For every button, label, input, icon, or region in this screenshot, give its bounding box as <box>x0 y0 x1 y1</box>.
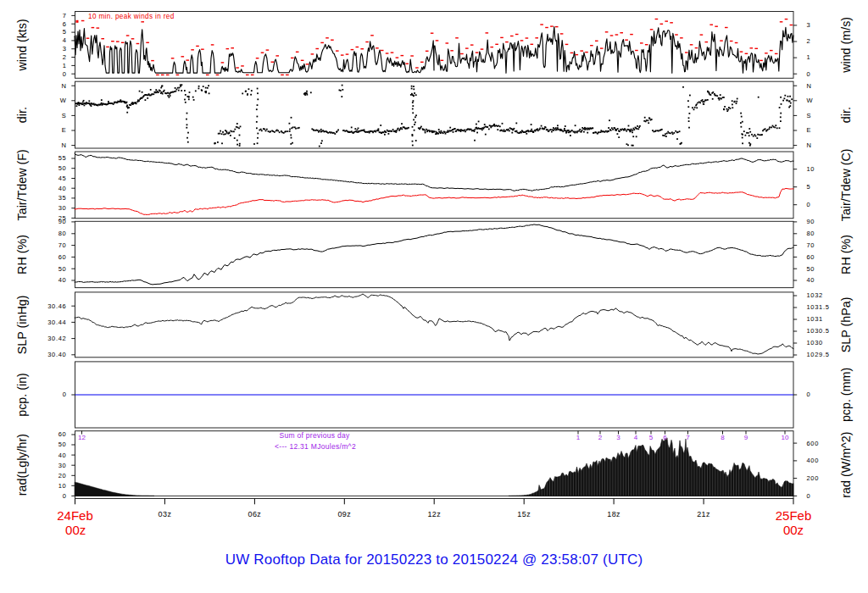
svg-text:2: 2 <box>63 53 67 61</box>
svg-text:30.44: 30.44 <box>47 319 66 326</box>
svg-text:RH (%): RH (%) <box>15 235 29 274</box>
svg-text:rad(Lgly/hr): rad(Lgly/hr) <box>15 434 29 496</box>
svg-text:1029.5: 1029.5 <box>807 351 830 358</box>
svg-text:18z: 18z <box>607 510 620 518</box>
svg-text:03z: 03z <box>159 510 172 518</box>
svg-text:pcp. (in): pcp. (in) <box>15 373 29 417</box>
svg-text:55: 55 <box>58 154 67 162</box>
svg-text:0: 0 <box>63 391 67 398</box>
svg-text:0: 0 <box>63 492 67 500</box>
svg-text:wind (kts): wind (kts) <box>15 19 29 71</box>
svg-text:SLP (hPa): SLP (hPa) <box>839 296 853 352</box>
svg-text:0: 0 <box>807 201 811 208</box>
svg-text:40: 40 <box>58 452 67 459</box>
svg-text:N: N <box>807 82 812 90</box>
svg-text:<--- 12.31 MJoules/m^2: <--- 12.31 MJoules/m^2 <box>275 442 356 451</box>
svg-text:pcp. (mm): pcp. (mm) <box>839 368 853 422</box>
svg-text:1030.5: 1030.5 <box>807 327 830 335</box>
svg-text:60: 60 <box>58 253 67 261</box>
svg-text:50: 50 <box>58 441 67 448</box>
svg-text:0: 0 <box>63 70 67 78</box>
svg-text:4: 4 <box>63 36 67 44</box>
svg-text:6: 6 <box>663 434 667 441</box>
svg-text:40: 40 <box>58 185 67 192</box>
svg-text:10: 10 <box>807 165 815 173</box>
svg-text:50: 50 <box>807 265 815 273</box>
svg-text:10: 10 <box>782 434 789 441</box>
svg-text:5: 5 <box>807 183 811 191</box>
svg-text:30.46: 30.46 <box>47 302 66 310</box>
svg-text:90: 90 <box>58 218 67 225</box>
svg-text:7: 7 <box>686 434 690 441</box>
svg-text:E: E <box>62 126 67 134</box>
svg-text:35: 35 <box>58 194 67 202</box>
svg-text:30: 30 <box>58 462 67 469</box>
svg-text:10: 10 <box>58 482 67 490</box>
svg-text:1032: 1032 <box>807 291 824 299</box>
svg-text:4: 4 <box>634 434 638 441</box>
svg-text:9: 9 <box>744 434 748 441</box>
svg-text:40: 40 <box>807 276 815 284</box>
svg-text:21z: 21z <box>697 510 710 518</box>
svg-text:N: N <box>807 141 812 149</box>
svg-text:W: W <box>60 97 67 104</box>
svg-text:40: 40 <box>58 276 67 284</box>
svg-text:60: 60 <box>807 253 815 261</box>
svg-text:5: 5 <box>649 434 654 441</box>
svg-text:S: S <box>807 112 812 119</box>
svg-text:RH (%): RH (%) <box>839 235 853 274</box>
svg-text:45: 45 <box>58 175 67 182</box>
svg-text:2: 2 <box>598 434 603 441</box>
svg-text:dir.: dir. <box>839 107 853 123</box>
svg-text:80: 80 <box>807 230 815 237</box>
svg-text:24Feb: 24Feb <box>57 508 93 523</box>
svg-text:rad (W/m^2): rad (W/m^2) <box>839 431 853 497</box>
svg-text:1031: 1031 <box>807 315 824 323</box>
svg-text:90: 90 <box>807 218 815 225</box>
svg-text:wind (m/s): wind (m/s) <box>839 17 853 74</box>
svg-text:N: N <box>61 141 66 149</box>
svg-text:Tair/Tdew (F): Tair/Tdew (F) <box>15 149 29 220</box>
svg-text:30: 30 <box>58 204 67 212</box>
svg-text:W: W <box>807 97 814 104</box>
svg-text:1: 1 <box>576 434 581 441</box>
svg-text:12z: 12z <box>427 510 441 518</box>
svg-text:dir.: dir. <box>15 107 29 123</box>
svg-text:3: 3 <box>616 434 620 441</box>
svg-text:1: 1 <box>63 62 67 69</box>
svg-text:00z: 00z <box>783 523 804 537</box>
svg-text:80: 80 <box>58 230 67 237</box>
svg-text:15z: 15z <box>517 510 531 518</box>
svg-text:12: 12 <box>78 434 86 441</box>
svg-text:600: 600 <box>807 440 820 447</box>
svg-text:UW Rooftop Data for 20150223: UW Rooftop Data for 20150223 to 20150224… <box>225 551 643 568</box>
svg-text:SLP (inHg): SLP (inHg) <box>15 296 29 355</box>
svg-text:Sum of previous day: Sum of previous day <box>279 431 350 440</box>
svg-text:1030: 1030 <box>807 339 824 346</box>
svg-text:5: 5 <box>63 28 67 36</box>
svg-text:S: S <box>62 112 67 119</box>
svg-text:6: 6 <box>63 20 67 28</box>
svg-text:60: 60 <box>58 430 67 438</box>
svg-text:25Feb: 25Feb <box>776 508 812 523</box>
svg-text:3: 3 <box>63 45 67 53</box>
svg-text:20: 20 <box>58 472 67 479</box>
svg-text:70: 70 <box>807 241 815 249</box>
svg-text:7: 7 <box>63 12 67 19</box>
svg-text:50: 50 <box>58 265 67 273</box>
svg-text:50: 50 <box>58 164 67 172</box>
svg-text:30.42: 30.42 <box>47 335 66 342</box>
svg-text:N: N <box>61 82 66 90</box>
svg-text:1: 1 <box>807 53 811 61</box>
svg-text:400: 400 <box>807 457 820 464</box>
svg-text:3: 3 <box>807 21 811 29</box>
svg-text:200: 200 <box>807 474 820 482</box>
svg-text:8: 8 <box>721 434 725 441</box>
svg-text:E: E <box>807 126 812 134</box>
svg-text:00z: 00z <box>65 523 86 537</box>
svg-text:0: 0 <box>807 70 811 78</box>
svg-text:Tair/Tdew (C): Tair/Tdew (C) <box>839 148 853 221</box>
svg-text:2: 2 <box>807 37 811 45</box>
svg-text:0: 0 <box>807 492 811 500</box>
svg-text:10 min. peak winds in red: 10 min. peak winds in red <box>88 13 175 20</box>
